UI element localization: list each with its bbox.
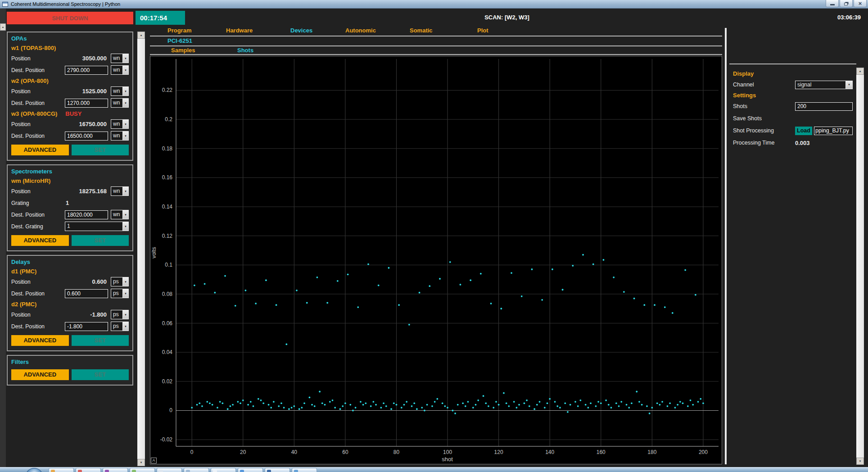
data-point — [296, 290, 298, 291]
taskbar-app-button[interactable] — [76, 468, 101, 472]
data-point — [608, 404, 610, 406]
scroll-down-icon[interactable]: ▼ — [137, 459, 145, 466]
x-axis-label: shot — [442, 456, 453, 463]
taskbar-app-button[interactable] — [49, 468, 74, 472]
device-tab-pci-6251[interactable]: PCI-6251 — [167, 37, 192, 44]
data-point — [339, 408, 341, 410]
destination-input[interactable] — [65, 322, 108, 331]
advanced-button[interactable]: ADVANCED — [11, 369, 69, 380]
units-select[interactable]: wn▼ — [111, 131, 129, 141]
set-button[interactable]: SET — [72, 145, 129, 155]
units-select[interactable]: ps▼ — [111, 277, 129, 286]
set-button[interactable]: SET — [72, 335, 129, 346]
system-clock: 03:06:39 — [837, 14, 861, 21]
subtab-samples[interactable]: Samples — [171, 47, 237, 54]
destination-input[interactable] — [65, 99, 108, 108]
windows-taskbar[interactable] — [0, 467, 868, 472]
units-select[interactable]: ps▼ — [111, 289, 129, 298]
tab-devices[interactable]: Devices — [290, 27, 345, 34]
units-select[interactable]: ps▼ — [111, 322, 129, 331]
data-point — [355, 407, 357, 408]
data-point — [669, 402, 671, 404]
advanced-button[interactable]: ADVANCED — [11, 235, 69, 246]
load-button[interactable]: Load — [795, 127, 812, 135]
panel-splitter[interactable] — [725, 28, 727, 464]
chevron-down-icon: ▼ — [122, 322, 128, 331]
data-point — [626, 404, 628, 406]
minimize-button[interactable] — [826, 0, 839, 7]
window-title: Coherent Multidimensional Spectroscopy |… — [11, 1, 120, 7]
hardware-row: Position0.600ps▼ — [11, 277, 129, 286]
units-select[interactable]: wn▼ — [111, 86, 129, 96]
destination-input[interactable] — [65, 289, 108, 298]
data-point — [577, 405, 579, 407]
tab-plot[interactable]: Plot — [477, 27, 513, 34]
destination-input[interactable] — [65, 210, 108, 219]
destination-input[interactable] — [65, 132, 108, 141]
hardware-row: Position3050.000wn▼ — [11, 54, 129, 63]
units-select[interactable]: wn▼ — [111, 186, 129, 196]
advanced-button[interactable]: ADVANCED — [11, 145, 69, 155]
taskbar-app-button[interactable] — [238, 468, 263, 472]
units-select[interactable]: ps▼ — [111, 310, 129, 319]
hardware-name-label: w1 (TOPAS-800) — [11, 45, 56, 51]
data-point — [268, 404, 270, 406]
channel-row: Channel signal ▼ — [733, 80, 853, 89]
data-point — [447, 407, 448, 408]
data-point — [515, 407, 517, 408]
row-label: Dest. Position — [11, 323, 65, 330]
processing-file-input[interactable] — [814, 127, 853, 135]
units-select[interactable]: wn▼ — [111, 119, 129, 129]
data-point — [229, 405, 231, 407]
taskbar-app-button[interactable] — [184, 468, 209, 472]
data-point — [411, 405, 413, 407]
data-point — [434, 401, 436, 403]
taskbar-app-button[interactable] — [130, 468, 155, 472]
scroll-up-icon[interactable]: ▲ — [0, 23, 6, 31]
data-point — [224, 275, 226, 277]
taskbar-app-button[interactable] — [211, 468, 236, 472]
window-controls: × — [826, 0, 867, 7]
close-button[interactable]: × — [854, 0, 867, 7]
taskbar-app-button[interactable] — [157, 468, 182, 472]
settings-scrollbar[interactable]: ▲ ▼ — [856, 68, 864, 465]
scroll-up-icon[interactable]: ▲ — [137, 32, 145, 39]
autoscale-button[interactable]: A — [151, 458, 157, 463]
set-button[interactable]: SET — [72, 369, 129, 380]
taskbar-app-button[interactable] — [103, 468, 128, 472]
units-select[interactable]: wn▼ — [111, 210, 129, 219]
data-point — [309, 397, 311, 399]
units-select[interactable]: wn▼ — [111, 54, 129, 63]
taskbar-app-button[interactable] — [265, 468, 290, 472]
shots-input[interactable] — [795, 102, 853, 111]
shutdown-button[interactable]: SHUT DOWN — [7, 12, 133, 24]
subtab-shots[interactable]: Shots — [237, 47, 253, 54]
data-point — [585, 404, 587, 406]
channel-select[interactable]: signal ▼ — [795, 81, 853, 89]
tab-hardware[interactable]: Hardware — [226, 27, 290, 34]
data-point — [490, 303, 492, 304]
scroll-up-icon[interactable]: ▲ — [856, 68, 864, 75]
tab-program[interactable]: Program — [167, 27, 226, 34]
destination-input[interactable] — [65, 66, 108, 75]
x-tick-label: 160 — [597, 449, 606, 455]
tab-autonomic[interactable]: Autonomic — [345, 27, 410, 34]
taskbar-app-button[interactable] — [292, 468, 317, 472]
scatter-plot[interactable]: 0.220.20.180.160.140.120.10.080.060.040.… — [150, 56, 722, 464]
window-titlebar[interactable]: Coherent Multidimensional Spectroscopy |… — [0, 0, 868, 9]
data-point — [431, 405, 433, 407]
units-select[interactable]: wn▼ — [111, 65, 129, 75]
grating-select[interactable]: 1▼ — [65, 222, 129, 231]
restore-button[interactable] — [840, 0, 853, 7]
hardware-name-label: d1 (PMC) — [11, 268, 36, 275]
data-point — [526, 399, 528, 401]
tab-somatic[interactable]: Somatic — [410, 27, 477, 34]
data-point — [396, 404, 398, 406]
scroll-down-icon[interactable]: ▼ — [856, 458, 864, 465]
data-point — [258, 398, 259, 400]
units-select[interactable]: wn▼ — [111, 98, 129, 108]
set-button[interactable]: SET — [72, 235, 129, 246]
start-button[interactable] — [26, 468, 42, 472]
advanced-button[interactable]: ADVANCED — [11, 335, 69, 346]
sidebar-scrollbar[interactable]: ▲ ▼ — [137, 32, 145, 466]
